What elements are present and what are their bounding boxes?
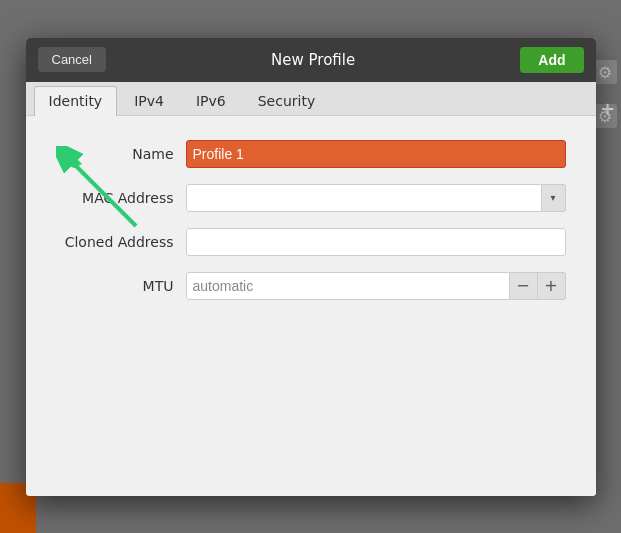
mac-input-group: ▾ [186, 184, 566, 212]
new-profile-dialog: Cancel New Profile Add Identity IPv4 IPv… [26, 38, 596, 496]
name-input[interactable] [186, 140, 566, 168]
mtu-input[interactable] [186, 272, 510, 300]
name-row: Name [56, 140, 566, 168]
mtu-input-group: − + [186, 272, 566, 300]
dialog-title: New Profile [106, 51, 520, 69]
dialog-content: Name MAC Address ▾ Cloned Address MTU [26, 116, 596, 496]
plus-icon: + [544, 276, 557, 295]
tab-ipv6[interactable]: IPv6 [181, 86, 241, 115]
mtu-label: MTU [56, 278, 186, 294]
minus-icon: − [516, 276, 529, 295]
add-button[interactable]: Add [520, 47, 583, 73]
dialog-titlebar: Cancel New Profile Add [26, 38, 596, 82]
tab-ipv4[interactable]: IPv4 [119, 86, 179, 115]
name-label: Name [56, 146, 186, 162]
mtu-minus-button[interactable]: − [510, 272, 538, 300]
cloned-label: Cloned Address [56, 234, 186, 250]
tab-identity[interactable]: Identity [34, 86, 118, 116]
mtu-plus-button[interactable]: + [538, 272, 566, 300]
chevron-down-icon: ▾ [550, 192, 555, 203]
mac-input[interactable] [186, 184, 542, 212]
mac-row: MAC Address ▾ [56, 184, 566, 212]
tab-security[interactable]: Security [243, 86, 331, 115]
gear-icon-1[interactable]: ⚙ [593, 60, 617, 84]
mac-label: MAC Address [56, 190, 186, 206]
cancel-button[interactable]: Cancel [38, 47, 106, 72]
cloned-address-input[interactable] [186, 228, 566, 256]
mtu-row: MTU − + [56, 272, 566, 300]
cloned-address-row: Cloned Address [56, 228, 566, 256]
add-icon-right[interactable]: + [600, 98, 615, 119]
tab-bar: Identity IPv4 IPv6 Security [26, 82, 596, 116]
mac-dropdown-button[interactable]: ▾ [542, 184, 566, 212]
